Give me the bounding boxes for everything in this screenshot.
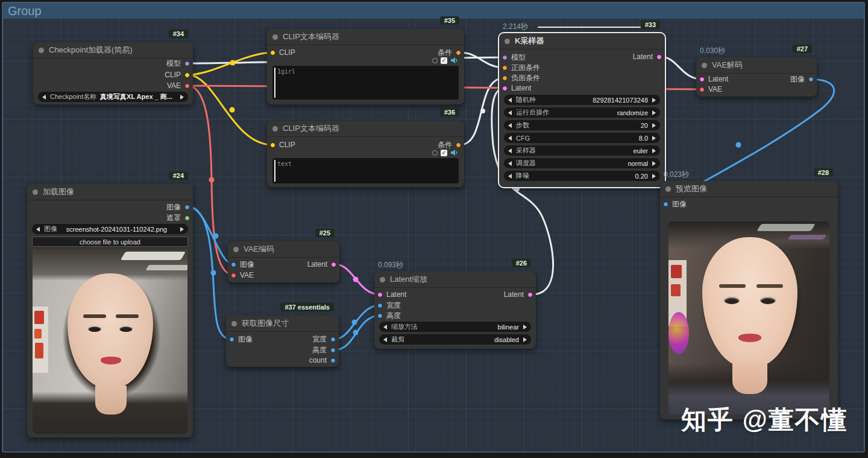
node-get-image-size[interactable]: #37 essentials 获取图像尺寸 图像 宽度 高度 count — [226, 316, 339, 367]
steps-widget[interactable]: 步数20 — [504, 120, 660, 130]
scheduler-widget[interactable]: 调度器normal — [504, 158, 660, 168]
increment-arrow-icon[interactable] — [652, 136, 656, 141]
output-port-vae[interactable]: VAE — [167, 81, 190, 90]
sampler-widget[interactable]: 采样器euler — [504, 145, 660, 156]
increment-arrow-icon[interactable] — [652, 148, 656, 153]
checkbox-checked-icon[interactable]: ✓ — [441, 57, 447, 64]
port-dot-int[interactable] — [377, 303, 383, 308]
decrement-arrow-icon[interactable] — [508, 123, 512, 128]
output-port-conditioning[interactable]: 条件 — [438, 141, 461, 149]
port-dot-clip[interactable] — [270, 142, 275, 148]
increment-arrow-icon[interactable] — [652, 98, 656, 103]
decrement-arrow-icon[interactable] — [508, 148, 512, 153]
increment-arrow-icon[interactable] — [523, 337, 527, 342]
port-dot-mask[interactable] — [184, 215, 190, 221]
decrement-arrow-icon[interactable] — [36, 227, 40, 232]
output-port-latent[interactable]: Latent — [307, 260, 336, 269]
node-title[interactable]: VAE编码 — [228, 241, 339, 258]
radio-icon[interactable] — [432, 58, 438, 63]
port-dot-conditioning[interactable] — [502, 75, 508, 81]
port-dot-vae[interactable] — [699, 87, 705, 92]
input-port-width[interactable]: 宽度 — [377, 301, 401, 310]
generated-image-preview[interactable] — [668, 221, 829, 415]
translate-toolbar[interactable]: ✓ — [432, 57, 458, 64]
output-port-image[interactable]: 图像 — [166, 203, 190, 211]
decrement-arrow-icon[interactable] — [508, 174, 512, 179]
translate-toolbar[interactable]: ✓ — [432, 149, 458, 156]
collapse-dot-icon[interactable] — [233, 247, 239, 252]
radio-icon[interactable] — [432, 150, 438, 156]
input-port-image[interactable]: 图像 — [231, 260, 254, 269]
node-ksampler[interactable]: #33 2.214秒 K采样器 模型 正面条件 负面条件 Latent Late… — [499, 33, 665, 187]
prompt-textarea[interactable]: 1girl — [272, 66, 459, 100]
seed-widget[interactable]: 随机种829281421073248 — [504, 95, 660, 105]
output-port-height[interactable]: 高度 — [312, 346, 336, 354]
decrement-arrow-icon[interactable] — [508, 136, 512, 141]
collapse-dot-icon[interactable] — [39, 48, 44, 53]
port-dot-int[interactable] — [377, 313, 383, 319]
port-dot-latent[interactable] — [527, 292, 533, 297]
node-title[interactable]: VAE解码 — [696, 57, 817, 74]
port-dot-image[interactable] — [231, 262, 236, 267]
output-port-conditioning[interactable]: 条件 — [438, 48, 461, 57]
input-port-vae[interactable]: VAE — [699, 85, 722, 94]
port-dot-vae[interactable] — [184, 83, 190, 89]
checkpoint-name-widget[interactable]: Checkpoint名称 真境写真XL Apex _ 商... — [38, 92, 188, 102]
port-dot-int[interactable] — [330, 358, 336, 363]
collapse-dot-icon[interactable] — [380, 277, 385, 282]
port-dot-model[interactable] — [184, 61, 190, 66]
decrement-arrow-icon[interactable] — [508, 161, 512, 166]
input-port-clip[interactable]: CLIP — [270, 141, 295, 149]
node-title[interactable]: 获取图像尺寸 — [226, 316, 339, 332]
input-port-latent[interactable]: Latent — [502, 84, 531, 92]
checkbox-checked-icon[interactable]: ✓ — [441, 150, 447, 156]
input-port-clip[interactable]: CLIP — [270, 48, 295, 57]
output-port-latent[interactable]: Latent — [633, 52, 662, 61]
port-dot-clip[interactable] — [184, 72, 190, 78]
image-file-widget[interactable]: 图像 screenshot-20241031-110242.png — [32, 224, 188, 234]
output-port-width[interactable]: 宽度 — [312, 335, 336, 343]
port-dot-int[interactable] — [330, 337, 336, 342]
output-port-count[interactable]: count — [309, 356, 336, 364]
increment-arrow-icon[interactable] — [523, 325, 527, 329]
prompt-textarea[interactable]: text — [272, 158, 459, 183]
speaker-icon[interactable] — [450, 57, 458, 64]
node-title[interactable]: Latent缩放 — [374, 272, 536, 288]
port-dot-image[interactable] — [808, 77, 814, 82]
crop-widget[interactable]: 裁剪disabled — [379, 334, 531, 345]
node-graph-canvas[interactable]: Group — [0, 0, 868, 458]
node-title[interactable]: CLIP文本编码器 — [267, 121, 464, 137]
port-dot-latent[interactable] — [656, 54, 662, 60]
node-title[interactable]: K采样器 — [499, 33, 665, 49]
increment-arrow-icon[interactable] — [652, 123, 656, 128]
node-load-image[interactable]: #24 加载图像 图像 遮罩 图像 screenshot-20241031-11… — [27, 184, 193, 437]
increment-arrow-icon[interactable] — [180, 227, 184, 232]
input-port-image[interactable]: 图像 — [229, 335, 253, 343]
input-port-positive[interactable]: 正面条件 — [502, 63, 540, 72]
collapse-dot-icon[interactable] — [33, 189, 38, 195]
node-vae-decode[interactable]: #27 0.030秒 VAE解码 Latent VAE 图像 — [696, 57, 817, 97]
collapse-dot-icon[interactable] — [702, 63, 707, 68]
denoise-widget[interactable]: 降噪0.20 — [504, 171, 660, 181]
input-port-latent[interactable]: Latent — [699, 75, 728, 83]
port-dot-latent[interactable] — [502, 86, 508, 91]
node-title[interactable]: 预览图像 — [660, 181, 838, 197]
group-titlebar[interactable]: Group — [3, 3, 864, 19]
port-dot-clip[interactable] — [270, 50, 275, 56]
input-port-image[interactable]: 图像 — [663, 200, 687, 208]
port-dot-image[interactable] — [229, 337, 234, 342]
control-after-generate-widget[interactable]: 运行后操作randomize — [504, 107, 660, 118]
output-port-image[interactable]: 图像 — [790, 75, 814, 83]
node-title[interactable]: 加载图像 — [27, 184, 193, 200]
port-dot-vae[interactable] — [231, 273, 236, 278]
speaker-icon[interactable] — [450, 149, 458, 156]
decrement-arrow-icon[interactable] — [383, 325, 387, 329]
node-clip-encode-positive[interactable]: #35 CLIP文本编码器 CLIP 条件 ✓ 1girl — [267, 29, 464, 104]
cfg-widget[interactable]: CFG8.0 — [504, 133, 660, 143]
node-title[interactable]: CLIP文本编码器 — [267, 29, 464, 45]
node-preview-image[interactable]: #28 0.023秒 预览图像 图像 — [660, 181, 838, 419]
input-port-model[interactable]: 模型 — [502, 53, 526, 62]
decrement-arrow-icon[interactable] — [383, 337, 387, 342]
output-port-model[interactable]: 模型 — [166, 59, 190, 68]
port-dot-image[interactable] — [184, 205, 190, 210]
